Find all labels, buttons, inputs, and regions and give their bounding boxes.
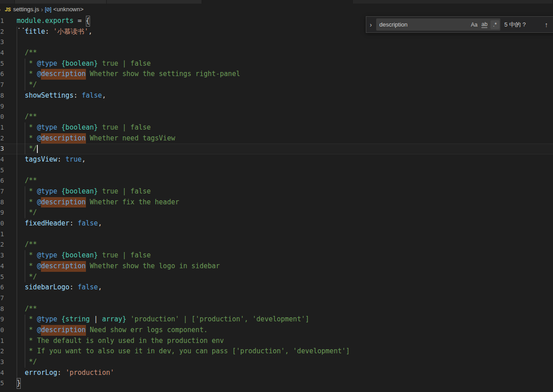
tab-segment[interactable] [353, 0, 553, 4]
code-line[interactable]: 17 * @type {boolean} true | false [0, 186, 553, 197]
code-line[interactable]: 20 fixedHeader: false, [0, 218, 553, 229]
code-line[interactable]: 33 */ [0, 357, 553, 368]
line-number[interactable]: 11 [0, 122, 4, 133]
code-token: * [17, 186, 37, 197]
code-line-content: */ [17, 80, 37, 90]
code-token: */ [17, 207, 37, 218]
code-token: /** [17, 304, 37, 315]
code-line[interactable]: 16 /** [0, 176, 553, 186]
code-token: @type [37, 314, 57, 325]
code-token: Whether fix the header [86, 197, 180, 208]
previous-match-icon[interactable]: ↑ [544, 21, 548, 28]
line-number[interactable]: 24 [0, 261, 4, 272]
line-number[interactable]: 28 [0, 304, 4, 315]
code-line[interactable]: 24 * @description Whether show the logo … [0, 261, 553, 272]
line-number[interactable]: 16 [0, 176, 4, 186]
code-line[interactable]: 22 /** [0, 239, 553, 250]
code-line[interactable]: 21 [0, 229, 553, 240]
code-line[interactable]: 6 * @description Whether show the settin… [0, 69, 553, 80]
line-number[interactable]: 6 [0, 69, 4, 80]
tab-segment[interactable] [107, 0, 202, 4]
tab-segment[interactable] [15, 0, 107, 4]
code-line[interactable]: 30 * @description Need show err logs com… [0, 325, 553, 336]
code-line[interactable]: 28 /** [0, 304, 553, 315]
code-line[interactable]: 19 */ [0, 207, 553, 218]
line-number[interactable]: 23 [0, 250, 4, 261]
line-number[interactable]: 21 [0, 229, 4, 240]
find-query-text[interactable]: description [379, 21, 470, 28]
toggle-replace-chevron-icon[interactable]: › [367, 21, 374, 28]
code-line[interactable]: 35} [0, 378, 553, 389]
code-line[interactable]: 15 [0, 165, 553, 176]
code-token: fixedHeader [25, 218, 69, 229]
line-number[interactable]: 27 [0, 293, 4, 304]
line-number[interactable]: 18 [0, 197, 4, 208]
line-number[interactable]: 17 [0, 186, 4, 197]
code-line[interactable]: 14 tagsView: true, [0, 154, 553, 165]
line-number[interactable]: 29 [0, 314, 4, 325]
tab-segment[interactable] [0, 0, 15, 4]
line-number[interactable]: 8 [0, 90, 4, 101]
code-line[interactable]: 32 * If you want to also use it in dev, … [0, 346, 553, 357]
code-line[interactable]: 23 * @type {boolean} true | false [0, 250, 553, 261]
code-token: @ [37, 197, 41, 208]
code-line-content: /** [17, 304, 37, 315]
line-number[interactable]: 34 [0, 368, 4, 378]
code-editor[interactable]: 1module.exports = {2 title: '小慕读书',34 /*… [0, 15, 553, 392]
line-number[interactable]: 10 [0, 112, 4, 122]
line-number[interactable]: 32 [0, 346, 4, 357]
code-line[interactable]: 29 * @type {string | array} 'production'… [0, 314, 553, 325]
line-number[interactable]: 9 [0, 101, 4, 112]
code-line[interactable]: 13 */ [0, 144, 553, 154]
code-token [57, 122, 61, 133]
line-number[interactable]: 25 [0, 272, 4, 283]
line-number[interactable]: 12 [0, 133, 4, 144]
breadcrumb-item-symbol[interactable]: <unknown> [53, 6, 83, 13]
whole-word-icon[interactable]: ab [480, 20, 489, 29]
line-number[interactable]: 5 [0, 59, 4, 69]
code-line[interactable]: 3 [0, 37, 553, 48]
code-line-content: * @description Whether fix the header [17, 197, 179, 208]
code-line[interactable]: 31 * The default is only used in the pro… [0, 336, 553, 347]
line-number[interactable]: 20 [0, 218, 4, 229]
line-number[interactable]: 19 [0, 207, 4, 218]
tab-segment-active[interactable] [202, 0, 353, 4]
find-match-highlight: description [41, 133, 85, 144]
line-number[interactable]: 30 [0, 325, 4, 336]
line-number[interactable]: 22 [0, 239, 4, 250]
code-line[interactable]: 11 * @type {boolean} true | false [0, 122, 553, 133]
line-number[interactable]: 15 [0, 165, 4, 176]
code-line[interactable]: 7 */ [0, 80, 553, 90]
code-line[interactable]: 8 showSettings: false, [0, 90, 553, 101]
code-token: * [17, 69, 37, 80]
line-number[interactable]: 14 [0, 154, 4, 165]
code-line[interactable]: 9 [0, 101, 553, 112]
line-number[interactable]: 13 [0, 144, 4, 154]
code-token: 'production' [65, 368, 114, 378]
code-line[interactable]: 10 /** [0, 112, 553, 122]
line-number[interactable]: 7 [0, 80, 4, 90]
code-line[interactable]: 26 sidebarLogo: false, [0, 282, 553, 293]
code-line[interactable]: 25 */ [0, 272, 553, 283]
code-line[interactable]: 4 /** [0, 48, 553, 59]
line-number[interactable]: 2 [0, 27, 4, 37]
find-input[interactable]: description Aa ab .* [376, 18, 500, 31]
code-token: false [82, 90, 102, 101]
line-number[interactable]: 1 [0, 16, 4, 27]
code-line[interactable]: 18 * @description Whether fix the header [0, 197, 553, 208]
code-line[interactable]: 34 errorLog: 'production' [0, 368, 553, 378]
regex-icon[interactable]: .* [490, 20, 499, 29]
code-line-content: */ [17, 357, 37, 368]
code-line[interactable]: 12 * @description Whether need tagsView [0, 133, 553, 144]
breadcrumb: › JS settings.js › [⊘] <unknown> [0, 4, 553, 15]
match-case-icon[interactable]: Aa [470, 20, 479, 29]
code-line[interactable]: 5 * @type {boolean} true | false [0, 59, 553, 69]
line-number[interactable]: 4 [0, 48, 4, 59]
code-line[interactable]: 27 [0, 293, 553, 304]
line-number[interactable]: 35 [0, 378, 4, 389]
breadcrumb-item-filename[interactable]: settings.js [13, 6, 39, 13]
line-number[interactable]: 26 [0, 282, 4, 293]
line-number[interactable]: 33 [0, 357, 4, 368]
line-number[interactable]: 31 [0, 336, 4, 347]
line-number[interactable]: 3 [0, 37, 4, 48]
